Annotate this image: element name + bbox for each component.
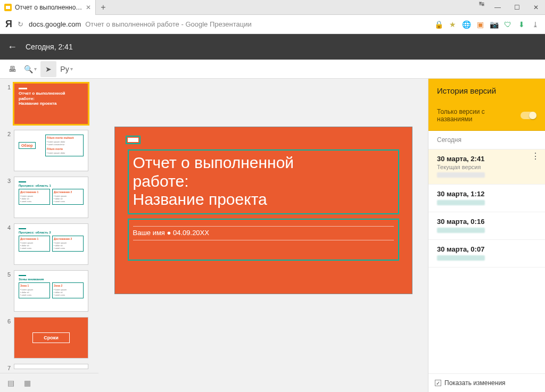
thumbnail-slide-6[interactable]: Сроки — [14, 317, 88, 358]
slide-number: 3 — [3, 177, 11, 218]
slide-number: 2 — [3, 130, 11, 171]
version-author-redacted — [437, 172, 485, 178]
named-versions-toggle-row: Только версии с названиями — [428, 103, 545, 131]
address-bar: Я ↻ docs.google.com Отчет о выполненной … — [0, 15, 545, 34]
revision-header: ← Сегодня, 2:41 — [0, 34, 545, 60]
slide-subtitle: Ваше имя ● 04.09.20XX — [133, 229, 394, 237]
thumb-label: Сроки — [32, 332, 70, 343]
named-versions-label: Только версии с названиями — [437, 108, 506, 123]
thumb-label: Прогресс: область 2 — [19, 231, 84, 234]
thumbnail-panel: 1 Отчет о выполненной работе: Название п… — [0, 79, 98, 392]
extension-icon[interactable]: ▣ — [476, 20, 484, 29]
version-item[interactable]: 30 марта, 1:12 — [428, 185, 545, 212]
show-changes-row[interactable]: ✓ Показать изменения — [428, 373, 545, 392]
thumbnail-slide-3[interactable]: Прогресс: область 1 Достижение 1▪ lorem … — [14, 177, 88, 218]
slide-number: 1 — [3, 83, 11, 124]
thumb-label: Зоны внимания — [19, 278, 84, 281]
version-subtitle: Текущая версия — [437, 164, 536, 170]
language-tool-label: Ру — [60, 65, 69, 73]
shield-icon[interactable]: 🛡 — [503, 20, 512, 29]
slide-canvas[interactable]: Отчет о выполненной работе: Название про… — [98, 79, 428, 392]
version-author-redacted — [437, 200, 485, 205]
version-item[interactable]: 30 марта, 0:16 — [428, 212, 545, 240]
version-author-redacted — [437, 255, 485, 261]
window-close-button[interactable]: ✕ — [527, 0, 545, 15]
tab-close-icon[interactable]: ✕ — [86, 4, 91, 11]
back-arrow-icon[interactable]: ← — [7, 41, 17, 53]
download-arrow-icon[interactable]: ⬇ — [517, 20, 526, 29]
thumbnail-slide-1[interactable]: Отчет о выполненной работе: Название про… — [14, 83, 88, 124]
downloads-icon[interactable]: ⤓ — [531, 20, 540, 29]
address-bar-icons: 🔒 ★ 🌐 ▣ 📷 🛡 ⬇ ⤓ — [434, 20, 540, 29]
show-changes-checkbox[interactable]: ✓ — [435, 380, 441, 386]
version-time: 30 марта, 0:07 — [437, 245, 536, 253]
url-domain: docs.google.com — [29, 20, 81, 28]
url-page-title: Отчет о выполненной работе - Google През… — [85, 20, 251, 28]
reload-icon[interactable]: ↻ — [18, 20, 23, 28]
show-changes-label: Показать изменения — [444, 379, 506, 387]
tab-title: Отчет о выполненной ра — [15, 4, 82, 11]
new-tab-button[interactable]: + — [96, 3, 111, 12]
slides-favicon-icon — [4, 4, 12, 11]
thumb-title-line: Название проекта — [19, 101, 84, 106]
window-resize-icon: ↹ — [476, 0, 488, 15]
view-mode-footer: ▤ ▦ — [0, 373, 98, 392]
cursor-tool-button[interactable]: ➤ — [40, 61, 56, 77]
version-day-header: Сегодня — [428, 131, 545, 149]
subtitle-placeholder[interactable]: Ваше имя ● 04.09.20XX — [128, 219, 399, 261]
thumb-title-line: Отчет о выполненной — [19, 91, 84, 96]
browser-tab-strip: Отчет о выполненной ра ✕ + ↹ — ☐ ✕ — [0, 0, 545, 15]
slide-title-line: Отчет о выполненной — [133, 154, 394, 172]
thumb-title-line: работе: — [19, 96, 84, 102]
toolbar: 🖶 🔍▾ ➤ Ру▾ — [0, 60, 545, 79]
revision-timestamp: Сегодня, 2:41 — [26, 43, 73, 51]
window-maximize-button[interactable]: ☐ — [508, 0, 526, 15]
yandex-logo-icon[interactable]: Я — [5, 19, 12, 30]
translate-icon[interactable]: 🌐 — [462, 20, 470, 29]
version-item-current[interactable]: 30 марта, 2:41 Текущая версия ⋮ — [428, 149, 545, 185]
main-area: 1 Отчет о выполненной работе: Название п… — [0, 79, 545, 392]
thumb-label: Прогресс: область 1 — [19, 184, 84, 187]
accent-bar — [128, 138, 138, 142]
thumbnail-slide-7[interactable] — [14, 364, 88, 369]
named-versions-toggle[interactable] — [521, 112, 536, 119]
slide-number: 6 — [3, 317, 11, 358]
lock-icon[interactable]: 🔒 — [434, 20, 443, 29]
zoom-button[interactable]: 🔍▾ — [22, 61, 38, 77]
thumbnail-list[interactable]: 1 Отчет о выполненной работе: Название п… — [0, 79, 98, 373]
thumbnail-slide-4[interactable]: Прогресс: область 2 Достижение 1▪ lorem … — [14, 223, 88, 265]
version-author-redacted — [437, 228, 485, 233]
camera-icon[interactable]: 📷 — [490, 20, 498, 29]
version-time: 30 марта, 2:41 — [437, 155, 536, 163]
version-time: 30 марта, 1:12 — [437, 190, 536, 198]
star-icon[interactable]: ★ — [448, 20, 457, 29]
slide-title-line: Название проекта — [133, 190, 394, 209]
thumbnail-slide-5[interactable]: Зоны внимания Зона 1▪ lorem ipsum▪ dolor… — [14, 270, 88, 312]
title-placeholder[interactable]: Отчет о выполненной работе: Название про… — [128, 149, 399, 214]
url-field[interactable]: docs.google.com Отчет о выполненной рабо… — [29, 20, 429, 28]
version-history-title: История версий — [428, 79, 545, 103]
print-button[interactable]: 🖶 — [4, 61, 20, 77]
window-minimize-button[interactable]: — — [489, 0, 507, 15]
thumbnail-slide-2[interactable]: Обзор Filium morte multavit ▪ lorem ipsu… — [14, 130, 88, 171]
version-time: 30 марта, 0:16 — [437, 218, 536, 226]
language-tool[interactable]: Ру▾ — [59, 61, 75, 77]
version-history-panel: История версий Только версии с названиям… — [428, 79, 545, 392]
browser-tab[interactable]: Отчет о выполненной ра ✕ — [0, 0, 96, 15]
slide-title-line: работе: — [133, 172, 394, 191]
thumb-label: Обзор — [19, 142, 36, 149]
slide-number: 5 — [3, 270, 11, 312]
slide[interactable]: Отчет о выполненной работе: Название про… — [114, 127, 412, 294]
version-menu-icon[interactable]: ⋮ — [531, 155, 540, 158]
version-item[interactable]: 30 марта, 0:07 — [428, 240, 545, 268]
slide-number: 4 — [3, 223, 11, 265]
slide-number: 7 — [3, 364, 11, 371]
grid-view-icon[interactable]: ▦ — [24, 379, 31, 387]
filmstrip-view-icon[interactable]: ▤ — [7, 379, 14, 387]
